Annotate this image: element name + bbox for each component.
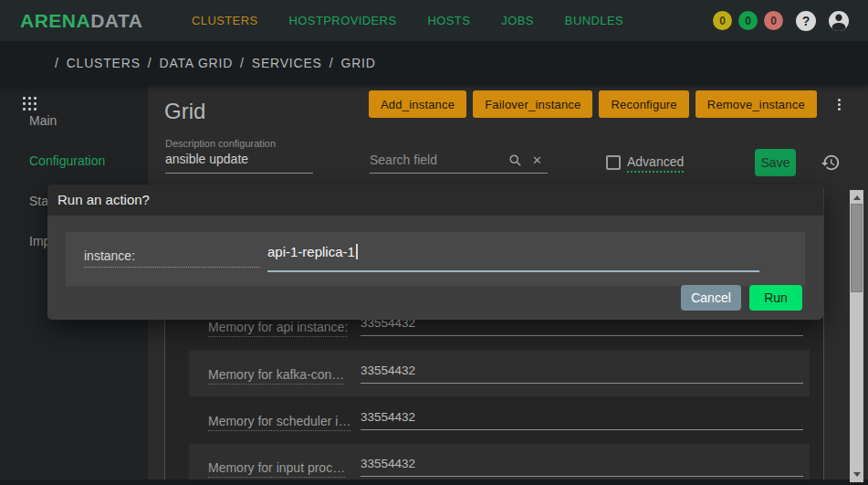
sidebar-item-main[interactable]: Main bbox=[29, 113, 148, 128]
history-clock-icon bbox=[821, 153, 841, 173]
menu-item-clusters[interactable]: CLUSTERS bbox=[192, 14, 258, 27]
more-actions-icon[interactable] bbox=[833, 93, 844, 115]
config-label-memory-api: Memory for api instance: bbox=[208, 320, 348, 337]
dialog-title: Run an action? bbox=[58, 185, 150, 215]
breadcrumb-item-clusters[interactable]: CLUSTERS bbox=[67, 56, 141, 70]
search-icon bbox=[508, 153, 522, 167]
breadcrumb-separator: / bbox=[148, 56, 152, 70]
save-button[interactable]: Save bbox=[755, 149, 796, 176]
description-input[interactable]: ansible update bbox=[165, 152, 313, 174]
top-menu: CLUSTERS HOSTPROVIDERS HOSTS JOBS BUNDLE… bbox=[192, 0, 623, 41]
search-input[interactable] bbox=[370, 153, 516, 167]
breadcrumb-separator: / bbox=[240, 56, 245, 70]
run-button[interactable]: Run bbox=[749, 285, 802, 311]
sidebar-item-configuration[interactable]: Configuration bbox=[29, 153, 148, 168]
advanced-checkbox[interactable] bbox=[606, 155, 621, 170]
logo-secondary: DATA bbox=[90, 10, 142, 32]
dialog-field-panel: instance: api-1-replica-1 bbox=[66, 232, 805, 286]
help-icon[interactable]: ? bbox=[796, 11, 816, 31]
breadcrumb: / CLUSTERS / DATA GRID / SERVICES / GRID bbox=[47, 41, 376, 85]
instance-field-label: instance: bbox=[84, 248, 260, 268]
config-label-memory-input-proc: Memory for input proc… bbox=[208, 460, 345, 478]
scroll-up-arrow-icon[interactable] bbox=[853, 195, 861, 200]
add-instance-button[interactable]: Add_instance bbox=[369, 90, 466, 118]
menu-item-jobs[interactable]: JOBS bbox=[501, 14, 534, 27]
jobs-running-badge[interactable]: 0 bbox=[713, 11, 732, 30]
failover-instance-button[interactable]: Failover_instance bbox=[473, 90, 592, 118]
breadcrumb-item-data-grid[interactable]: DATA GRID bbox=[160, 56, 234, 70]
scroll-down-arrow-icon[interactable] bbox=[853, 472, 861, 477]
app-screen: ARENADATA CLUSTERS HOSTPROVIDERS HOSTS J… bbox=[0, 0, 868, 485]
breadcrumb-item-services[interactable]: SERVICES bbox=[252, 56, 322, 70]
advanced-label[interactable]: Advanced bbox=[627, 154, 684, 173]
reconfigure-button[interactable]: Reconfigure bbox=[599, 90, 688, 118]
top-icons: 0 0 0 ? bbox=[706, 0, 849, 41]
instance-input[interactable]: api-1-replica-1 bbox=[267, 244, 358, 259]
cancel-button[interactable]: Cancel bbox=[681, 285, 741, 311]
clear-search-icon[interactable]: ✕ bbox=[530, 153, 544, 167]
remove-instance-button[interactable]: Remove_instance bbox=[695, 90, 817, 118]
bottom-strip bbox=[0, 480, 868, 485]
arenadata-logo[interactable]: ARENADATA bbox=[20, 0, 142, 41]
description-label: Description configuration bbox=[165, 138, 276, 149]
config-label-memory-scheduler: Memory for scheduler i… bbox=[208, 414, 350, 431]
breadcrumb-item-grid[interactable]: GRID bbox=[340, 56, 375, 70]
instance-input-underline bbox=[267, 270, 759, 272]
menu-item-bundles[interactable]: BUNDLES bbox=[565, 14, 623, 27]
help-glyph: ? bbox=[802, 14, 810, 28]
jobs-failed-badge[interactable]: 0 bbox=[764, 11, 783, 30]
instance-input-value: api-1-replica-1 bbox=[267, 244, 355, 259]
text-caret bbox=[356, 244, 358, 259]
menu-item-hosts[interactable]: HOSTS bbox=[427, 14, 470, 27]
menu-item-hostproviders[interactable]: HOSTPROVIDERS bbox=[289, 14, 397, 27]
vertical-scrollbar[interactable] bbox=[850, 190, 863, 482]
jobs-success-badge[interactable]: 0 bbox=[738, 11, 758, 30]
config-input-memory-kafka[interactable]: 33554432 bbox=[361, 364, 803, 384]
run-action-dialog: Run an action? instance: api-1-replica-1… bbox=[47, 185, 823, 320]
action-buttons: Add_instance Failover_instance Reconfigu… bbox=[369, 90, 817, 118]
dialog-header: Run an action? bbox=[47, 185, 823, 215]
scrollbar-thumb[interactable] bbox=[851, 204, 863, 292]
breadcrumb-bar: / CLUSTERS / DATA GRID / SERVICES / GRID… bbox=[0, 41, 868, 85]
breadcrumb-separator: / bbox=[329, 56, 334, 70]
config-label-memory-kafka: Memory for kafka-con… bbox=[208, 367, 344, 385]
page-title: Grid bbox=[164, 99, 205, 124]
config-input-memory-scheduler[interactable]: 33554432 bbox=[361, 410, 803, 430]
breadcrumb-separator: / bbox=[55, 56, 59, 70]
person-icon bbox=[829, 11, 849, 31]
search-field: ✕ bbox=[370, 152, 548, 174]
top-navbar: ARENADATA CLUSTERS HOSTPROVIDERS HOSTS J… bbox=[0, 0, 868, 41]
account-icon[interactable] bbox=[829, 11, 849, 31]
logo-primary: ARENA bbox=[20, 10, 90, 32]
config-input-memory-input-proc[interactable]: 33554432 bbox=[361, 457, 803, 477]
history-icon[interactable] bbox=[821, 153, 841, 173]
apps-grid-icon[interactable] bbox=[23, 97, 38, 112]
